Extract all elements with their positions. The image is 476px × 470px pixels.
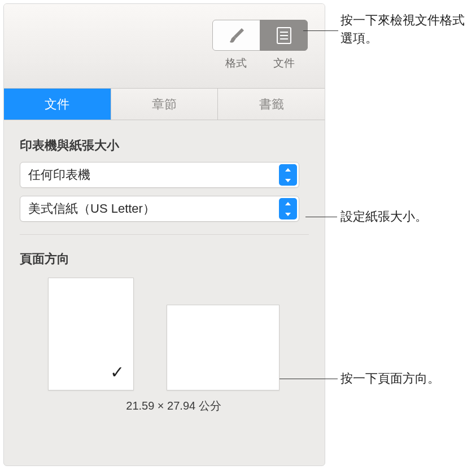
select-stepper-icon: [279, 164, 297, 186]
printer-section-title: 印表機與紙張大小: [20, 137, 309, 154]
tab-sections[interactable]: 章節: [111, 89, 219, 120]
orientation-portrait-button[interactable]: ✓: [48, 278, 134, 390]
section-divider: [20, 234, 309, 235]
callout-orientation: 按一下頁面方向。: [340, 370, 440, 388]
svg-marker-4: [285, 168, 291, 172]
callout-paper-size: 設定紙張大小。: [340, 208, 427, 226]
document-inspector-button[interactable]: [260, 20, 308, 51]
document-label: 文件: [260, 56, 308, 71]
printer-select[interactable]: 任何印表機: [20, 162, 299, 188]
inspector-tabs: 文件 章節 書籤: [4, 89, 325, 120]
checkmark-icon: ✓: [110, 362, 124, 382]
callout-document-button: 按一下來檢視文件格式選項。: [340, 11, 470, 47]
toolbar: 格式 文件: [4, 4, 325, 89]
orientation-section-title: 頁面方向: [20, 251, 309, 267]
svg-marker-6: [285, 202, 291, 205]
format-label: 格式: [212, 56, 260, 71]
paper-size-value: 美式信紙（US Letter）: [28, 200, 155, 217]
document-icon: [276, 26, 292, 45]
svg-marker-7: [285, 213, 291, 216]
page-dimensions: 21.59 × 27.94 公分: [20, 398, 299, 414]
tab-bookmarks[interactable]: 書籤: [218, 89, 325, 120]
orientation-landscape-button[interactable]: [167, 305, 280, 390]
content-area: 印表機與紙張大小 任何印表機 美式信紙（US Letter） 頁面方向 ✓ 21…: [4, 120, 325, 431]
select-stepper-icon: [279, 198, 297, 219]
tab-document[interactable]: 文件: [4, 89, 111, 120]
paper-size-select[interactable]: 美式信紙（US Letter）: [20, 196, 299, 222]
inspector-panel: 格式 文件 文件 章節 書籤 印表機與紙張大小 任何印表機 美式信紙（US Le…: [3, 3, 325, 466]
printer-select-value: 任何印表機: [28, 166, 90, 183]
paintbrush-icon: [227, 26, 246, 45]
svg-marker-5: [285, 179, 291, 182]
format-inspector-button[interactable]: [212, 20, 260, 51]
